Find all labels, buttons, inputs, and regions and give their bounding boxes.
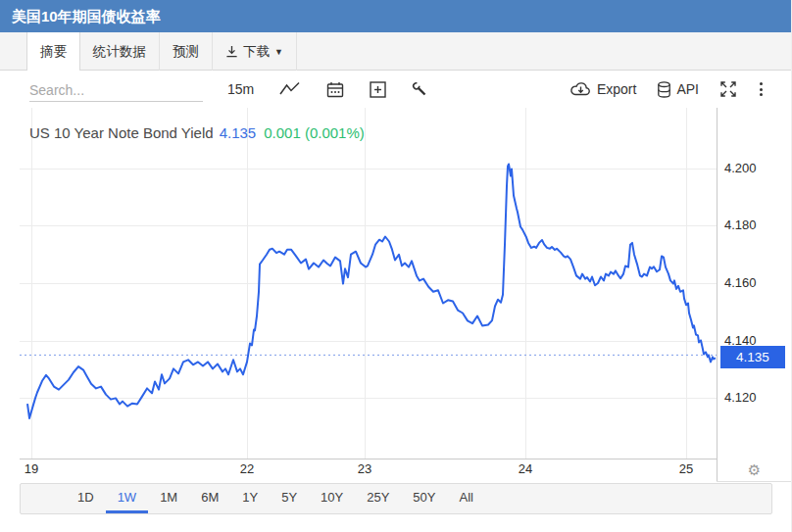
kebab-menu-icon[interactable] [758,80,765,98]
range-button-6m[interactable]: 6M [189,484,230,513]
tab-summary[interactable]: 摘要 [26,32,80,71]
tab-label: 预测 [173,33,199,71]
database-icon [657,81,671,98]
x-tick-label: 23 [345,461,384,476]
window-title: 美国10年期国债收益率 [0,0,792,32]
yield-series-line [27,165,716,418]
x-tick-label: 22 [227,461,267,476]
wrench-icon[interactable] [412,81,427,97]
calendar-icon[interactable] [326,81,344,98]
y-tick-label: 4.180 [724,218,757,232]
y-tick-label: 4.120 [724,390,757,405]
x-tick-label: 19 [12,461,51,476]
range-button-50y[interactable]: 50Y [401,484,447,513]
tab-label: 摘要 [40,33,67,71]
line-style-icon[interactable] [279,81,301,97]
tab-label: 下载 [243,33,270,71]
export-label: Export [597,81,636,97]
bond-yield-widget: 美国10年期国债收益率 摘要统计数据预测下载▼ 15m [0,0,792,532]
download-icon [225,45,238,58]
tab-bar: 摘要统计数据预测下载▼ [0,32,792,71]
add-compare-icon[interactable] [370,81,386,98]
chart-legend: US 10 Year Note Bond Yield4.1350.001 (0.… [29,124,365,141]
range-button-5y[interactable]: 5Y [270,484,309,513]
api-label: API [676,81,699,97]
api-button[interactable]: API [657,81,699,98]
series-name: US 10 Year Note Bond Yield [29,124,214,141]
range-button-1m[interactable]: 1M [148,484,189,513]
range-button-1w[interactable]: 1W [106,484,149,513]
tab-stats[interactable]: 统计数据 [80,32,159,71]
range-button-all[interactable]: All [447,484,484,513]
yield-line-chart [0,108,792,483]
tab-download[interactable]: 下载▼ [212,32,297,71]
cloud-export-icon [569,81,592,97]
interval-selector[interactable]: 15m [227,81,254,97]
gear-icon[interactable]: ⚙ [717,459,792,482]
series-change: 0.001 (0.001%) [264,124,365,141]
fullscreen-icon[interactable] [719,80,737,98]
range-button-10y[interactable]: 10Y [309,484,355,513]
x-tick-label: 24 [506,461,545,476]
tab-label: 统计数据 [93,33,146,71]
y-tick-label: 4.200 [724,161,757,175]
tab-forecast[interactable]: 预测 [159,32,212,71]
series-last-value: 4.135 [220,124,257,141]
current-value-badge: 4.135 [720,346,785,368]
y-tick-label: 4.160 [724,275,757,290]
range-button-1y[interactable]: 1Y [230,484,270,513]
range-button-1d[interactable]: 1D [66,484,106,513]
chevron-down-icon: ▼ [274,33,283,71]
chart-toolbar: 15m [0,71,792,108]
search-input[interactable] [29,78,203,102]
range-selector: 1D1W1M6M1Y5Y10Y25Y50YAll [20,483,772,514]
range-button-25y[interactable]: 25Y [355,484,401,513]
x-tick-label: 25 [667,461,706,476]
export-button[interactable]: Export [569,81,636,97]
chart-plot-area[interactable]: US 10 Year Note Bond Yield4.1350.001 (0.… [0,108,792,514]
